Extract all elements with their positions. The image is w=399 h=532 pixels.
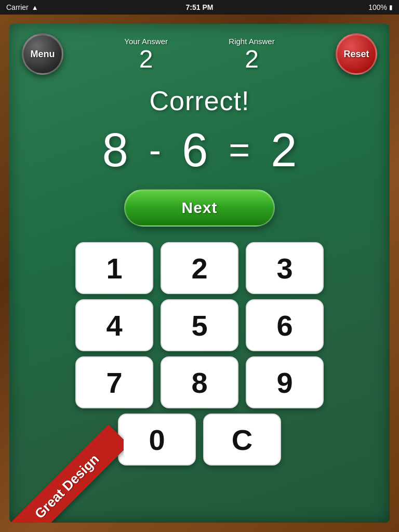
- menu-button[interactable]: Menu: [22, 33, 63, 75]
- right-answer-label: Right Answer: [229, 37, 274, 46]
- status-bar: Carrier ▲ 7:51 PM 100% ▮: [0, 0, 399, 15]
- header: Menu Your Answer 2 Right Answer 2 Reset: [9, 24, 390, 80]
- numpad-row-2: 789: [75, 356, 324, 408]
- battery-label: 100%: [368, 3, 387, 11]
- battery-icon: ▮: [389, 4, 393, 11]
- numpad-key-0[interactable]: 0: [118, 414, 196, 466]
- equation-operator: -: [149, 132, 161, 168]
- result-message: Correct!: [9, 85, 390, 116]
- your-answer-value: 2: [139, 47, 153, 72]
- ribbon-container: Great Design: [9, 408, 124, 523]
- numpad-key-5[interactable]: 5: [161, 299, 238, 351]
- wifi-icon: ▲: [32, 4, 38, 11]
- carrier-label: Carrier: [6, 3, 29, 11]
- equation-num1: 8: [102, 127, 128, 174]
- chalkboard: Menu Your Answer 2 Right Answer 2 Reset …: [9, 24, 390, 523]
- numpad-row-1: 456: [75, 299, 324, 351]
- numpad-key-3[interactable]: 3: [246, 242, 324, 294]
- numpad-key-8[interactable]: 8: [161, 356, 238, 408]
- numpad-key-1[interactable]: 1: [75, 242, 153, 294]
- numpad-key-6[interactable]: 6: [246, 299, 324, 351]
- numpad-row-0: 123: [75, 242, 324, 294]
- ribbon-text: Great Design: [9, 424, 124, 523]
- equation-num2: 6: [182, 127, 208, 174]
- numpad-key-4[interactable]: 4: [75, 299, 153, 351]
- numpad-row-3: 0C: [118, 414, 281, 466]
- status-time: 7:51 PM: [186, 3, 214, 11]
- next-button[interactable]: Next: [124, 189, 275, 227]
- your-answer-block: Your Answer 2: [124, 37, 168, 72]
- right-answer-block: Right Answer 2: [229, 37, 274, 72]
- reset-button[interactable]: Reset: [336, 33, 377, 75]
- your-answer-label: Your Answer: [124, 37, 168, 46]
- numpad-key-C[interactable]: C: [203, 414, 281, 466]
- status-battery: 100% ▮: [368, 3, 393, 11]
- equation: 8 - 6 = 2: [9, 127, 390, 174]
- numpad-key-7[interactable]: 7: [75, 356, 153, 408]
- frame: Menu Your Answer 2 Right Answer 2 Reset …: [0, 15, 399, 532]
- status-carrier: Carrier ▲: [6, 3, 38, 11]
- right-answer-value: 2: [245, 47, 259, 72]
- numpad-key-9[interactable]: 9: [246, 356, 324, 408]
- equation-equals: =: [229, 132, 250, 168]
- equation-answer: 2: [271, 127, 297, 174]
- numpad-key-2[interactable]: 2: [161, 242, 238, 294]
